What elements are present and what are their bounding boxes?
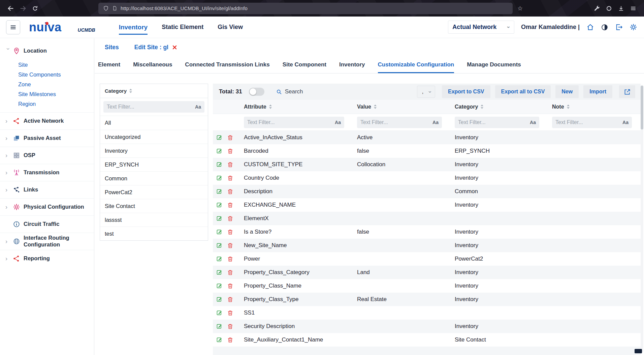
column-header-category[interactable]: Category (451, 104, 548, 110)
user-name[interactable]: Omar Kamaleddine | (521, 24, 580, 31)
download-icon[interactable] (615, 2, 627, 14)
subtab-inventory[interactable]: Inventory (339, 56, 365, 73)
category-item-common[interactable]: Common (100, 171, 208, 185)
table-row[interactable]: PowerPowerCat2 (213, 252, 641, 266)
contrast-icon[interactable] (601, 24, 608, 31)
import-button[interactable]: Import (583, 85, 612, 98)
tab-edit-site[interactable]: Edit Site : gl (134, 44, 178, 51)
logout-icon[interactable] (615, 23, 623, 31)
nav-tab-static-element[interactable]: Static Element (162, 20, 203, 35)
sidebar-item-active-network[interactable]: ›Active Network (0, 113, 94, 129)
column-header-value[interactable]: Value (353, 104, 451, 110)
delete-icon[interactable] (227, 161, 233, 168)
sidebar-subitem-region[interactable]: Region (0, 99, 94, 109)
filter-toggle[interactable] (249, 88, 264, 96)
new-button[interactable]: New (555, 85, 579, 98)
table-row[interactable]: Site_Auxiliary_Contact1_NameSite Contact (213, 333, 641, 347)
table-row[interactable]: ElementX (213, 212, 641, 225)
category-item-uncategorized[interactable]: Uncategorized (100, 130, 208, 144)
edit-icon[interactable] (216, 296, 223, 303)
case-sensitive-toggle[interactable]: Aa (195, 104, 201, 110)
table-row[interactable]: Property_Class_NameInventory (213, 279, 641, 293)
subtab-element[interactable]: Element (98, 56, 120, 73)
delete-icon[interactable] (227, 242, 233, 249)
delete-icon[interactable] (227, 269, 233, 276)
browser-back-button[interactable] (5, 2, 17, 14)
search-button[interactable]: Search (276, 88, 303, 95)
sidebar-item-osp[interactable]: ›OSP (0, 147, 94, 164)
sidebar-subitem-site-milestones[interactable]: Site Milestones (0, 89, 94, 99)
sidebar-item-passive-asset[interactable]: ›Passive Asset (0, 130, 94, 147)
table-row[interactable]: CUSTOM_SITE_TYPECollocationInventory (213, 158, 641, 171)
sidebar-subitem-zone[interactable]: Zone (0, 80, 94, 89)
delete-icon[interactable] (227, 148, 233, 154)
bookmark-star-icon[interactable]: ☆ (517, 5, 523, 12)
edit-icon[interactable] (216, 148, 223, 154)
category-item-test[interactable]: test (100, 227, 208, 240)
network-selector[interactable]: Actual Network › (448, 21, 514, 34)
delete-icon[interactable] (227, 337, 233, 343)
delete-icon[interactable] (227, 310, 233, 316)
edit-icon[interactable] (216, 229, 223, 235)
category-column-header[interactable]: Category (100, 84, 208, 98)
edit-icon[interactable] (216, 188, 223, 195)
edit-icon[interactable] (216, 175, 223, 181)
url-bar[interactable]: http://localhost:6083/ACE_UCMDB_UI/inv/s… (98, 3, 513, 14)
category-item-powercat2[interactable]: PowerCat2 (100, 185, 208, 199)
case-sensitive-toggle[interactable]: Aa (622, 120, 629, 125)
export-all-to-csv-button[interactable]: Export all to CSV (495, 85, 551, 98)
table-row[interactable]: Active_InActive_StatusActiveInventory (213, 131, 641, 144)
sidebar-item-physical-configuration[interactable]: ›Physical Configuration (0, 199, 94, 215)
category-item-lasssst[interactable]: lasssst (100, 213, 208, 227)
nav-tab-gis-view[interactable]: Gis View (218, 20, 243, 35)
wrench-icon[interactable] (591, 2, 603, 14)
case-sensitive-toggle[interactable]: Aa (530, 120, 536, 125)
sidebar-item-location[interactable]: ›Location (0, 42, 94, 59)
browser-forward-button[interactable] (17, 2, 29, 14)
record-circle-icon[interactable] (603, 2, 615, 14)
table-row[interactable]: EXCHANGE_NAMEInventory (213, 198, 641, 212)
home-icon[interactable] (586, 23, 594, 31)
delete-icon[interactable] (227, 202, 233, 208)
edit-icon[interactable] (216, 161, 223, 168)
edit-icon[interactable] (216, 323, 223, 330)
category-item-site-contact[interactable]: Site Contact (100, 199, 208, 213)
sidebar-item-reporting[interactable]: ›Reporting (0, 250, 94, 267)
sidebar-item-transmission[interactable]: ›Transmission (0, 164, 94, 181)
export-to-csv-button[interactable]: Export to CSV (442, 85, 490, 98)
subtab-customizable-configuration[interactable]: Customizable Configuration (378, 56, 454, 73)
category-item-inventory[interactable]: Inventory (100, 144, 208, 157)
edit-icon[interactable] (216, 202, 223, 208)
sidebar-subitem-site[interactable]: Site (0, 60, 94, 70)
expand-button[interactable] (619, 85, 635, 98)
column-header-note[interactable]: Note (548, 104, 641, 110)
table-row[interactable]: Is a Store?falseInventory (213, 225, 641, 239)
subtab-manage-documents[interactable]: Manage Documents (467, 56, 521, 73)
edit-icon[interactable] (216, 134, 223, 141)
case-sensitive-toggle[interactable]: Aa (432, 120, 439, 125)
column-header-attribute[interactable]: Attribute (240, 104, 353, 110)
table-row[interactable]: BarcodedfalseERP_SYNCH (213, 144, 641, 158)
settings-gear-icon[interactable] (630, 23, 637, 31)
filter-input-category[interactable] (458, 119, 527, 125)
nav-tab-inventory[interactable]: Inventory (119, 20, 148, 35)
case-sensitive-toggle[interactable]: Aa (335, 120, 341, 125)
delete-icon[interactable] (227, 188, 233, 195)
category-filter-input[interactable] (107, 104, 192, 110)
delete-icon[interactable] (227, 175, 233, 181)
delete-icon[interactable] (227, 296, 233, 303)
subtab-miscellaneous[interactable]: Miscellaneous (133, 56, 172, 73)
close-tab-icon[interactable] (172, 45, 178, 50)
tab-sites[interactable]: Sites (105, 44, 119, 51)
edit-icon[interactable] (216, 256, 223, 262)
table-row[interactable]: Country CodeInventory (213, 171, 641, 185)
filter-input-note[interactable] (555, 119, 620, 125)
filter-input-value[interactable] (360, 119, 430, 125)
sidebar-item-circuit-traffic[interactable]: Circuit Traffic (0, 216, 94, 233)
delete-icon[interactable] (227, 229, 233, 235)
delete-icon[interactable] (227, 323, 233, 330)
edit-icon[interactable] (216, 269, 223, 276)
table-row[interactable]: New_Site_NameInventory (213, 239, 641, 252)
edit-icon[interactable] (216, 336, 223, 343)
edit-icon[interactable] (216, 242, 223, 249)
